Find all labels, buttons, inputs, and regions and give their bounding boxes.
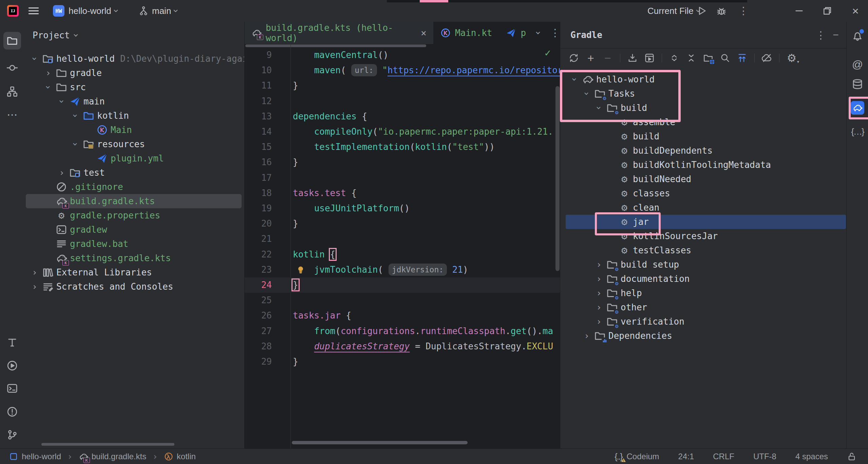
tool-strip-database-button[interactable] [849,75,866,93]
debug-button[interactable] [716,0,727,22]
tree-item-documentation[interactable]: ›⚙documentation [560,272,847,286]
code-line-26[interactable]: tasks.jar { [293,308,351,323]
tree-item-Tasks[interactable]: ›⚙Tasks [560,86,847,101]
status-caret-position[interactable]: 24:1 [676,451,696,462]
code-line-16[interactable]: } [293,155,298,170]
more-actions-button[interactable]: ⋮ [738,0,749,22]
tree-item-resources[interactable]: ›resources [24,137,244,151]
line-number-12[interactable]: 12 [245,94,272,109]
code-line-22[interactable]: kotlin { [293,247,335,262]
tab-bar-scrollbar[interactable] [245,44,426,47]
code-line-14[interactable]: compileOnly("io.papermc.paper:paper-api:… [293,124,553,139]
tool-strip-services-button[interactable] [3,357,21,374]
tool-strip-endpoints-button[interactable]: {…} [849,123,866,140]
find-task-button[interactable] [718,51,733,65]
editor-tab-Main.kt[interactable]: Main.kt [433,22,499,44]
chevron-right-icon[interactable]: › [31,267,39,277]
tree-item-gradle[interactable]: ›gradle [24,66,244,80]
chevron-right-icon[interactable]: › [58,168,66,178]
tree-item-plugin.yml[interactable]: plugin.yml [24,151,244,166]
chevron-down-icon[interactable]: › [44,82,52,92]
hidden-tabs-button[interactable]: › [534,30,543,36]
inspections-ok-icon[interactable]: ✓ [545,47,551,59]
breadcrumb-build.gradle.kts[interactable]: Kbuild.gradle.kts [77,451,148,462]
tool-strip-ai-assistant-button[interactable]: @ [849,56,866,73]
editor-vertical-scrollbar[interactable] [555,86,560,271]
line-number-24[interactable]: 24 [245,277,272,293]
tree-item-External Libraries[interactable]: ›External Libraries [24,265,244,279]
tree-item-testClasses[interactable]: ⚙testClasses [560,243,847,257]
tree-item-jar[interactable]: ⚙jar [566,215,846,229]
window-restore-button[interactable] [819,0,835,22]
code-line-24[interactable]: } [293,277,298,293]
tree-item-classes[interactable]: ⚙classes [560,186,847,200]
gradle-settings-button[interactable]: ⚙▾ [784,51,799,65]
line-number-22[interactable]: 22 [245,247,272,262]
line-number-13[interactable]: 13 [245,109,272,124]
tree-item-verification[interactable]: ›⚙verification [560,314,847,329]
tab-close-icon[interactable]: × [421,27,427,39]
tree-item-other[interactable]: ›⚙other [560,300,847,314]
line-number-10[interactable]: 10 [245,63,272,78]
tool-strip-more-tool-windows-button[interactable]: ⋯ [3,106,21,123]
line-number-26[interactable]: 26 [245,308,272,323]
line-number-29[interactable]: 29 [245,354,272,369]
tree-item-.gitignore[interactable]: .gitignore [24,180,244,194]
tab-options-button[interactable]: ⋮ [550,28,560,38]
status-codeium[interactable]: {..}Codeium [612,451,661,462]
code-line-29[interactable]: } [293,354,298,369]
status-encoding[interactable]: UTF-8 [751,451,778,462]
line-number-11[interactable]: 11 [245,78,272,93]
chevron-right-icon[interactable]: › [595,259,603,270]
line-number-15[interactable]: 15 [245,139,272,155]
tree-item-gradlew[interactable]: gradlew [24,223,244,237]
tree-item-buildKotlinToolingMetadata[interactable]: ⚙buildKotlinToolingMetadata [560,158,847,172]
navigate-up-button[interactable] [735,51,750,65]
run-task-script-button[interactable] [642,51,657,65]
chevron-right-icon[interactable]: › [595,288,603,298]
tree-item-settings.gradle.kts[interactable]: Ksettings.gradle.kts [24,251,244,265]
tree-item-Scratches and Consoles[interactable]: ›Scratches and Consoles [24,279,244,294]
tree-item-build[interactable]: ›⚙build [560,101,847,115]
gradle-hide-button[interactable]: − [828,27,843,42]
code-line-10[interactable]: maven( url: "https://repo.papermc.io/rep… [293,63,560,78]
code-line-13[interactable]: dependencies { [293,109,367,124]
code-line-23[interactable]: jvmToolchain( jdkVersion: 21) [293,262,468,277]
tool-strip-problems-button[interactable] [3,403,21,421]
chevron-down-icon[interactable]: › [595,103,603,113]
editor-tab-p[interactable]: p [499,22,533,44]
code-line-18[interactable]: tasks.test { [293,186,357,201]
run-button[interactable] [696,0,707,22]
chevron-right-icon[interactable]: › [595,302,603,312]
chevron-down-icon[interactable]: › [58,96,66,107]
download-sources-button[interactable] [625,51,640,65]
chevron-down-icon[interactable]: › [570,74,579,84]
tree-item-clean[interactable]: ⚙clean [560,200,847,215]
gradle-options-button[interactable]: ⋮ [813,27,828,42]
branch-widget[interactable]: main › [138,0,178,22]
tree-item-kotlinSourcesJar[interactable]: ⚙kotlinSourcesJar [560,229,847,243]
tree-item-buildNeeded[interactable]: ⚙buildNeeded [560,172,847,186]
tool-strip-gradle-button[interactable] [849,99,866,117]
chevron-right-icon[interactable]: › [31,282,39,292]
tree-item-src[interactable]: ›src [24,80,244,94]
line-number-17[interactable]: 17 [245,170,272,186]
chevron-down-icon[interactable]: › [583,89,591,99]
editor-tab-build.gradle.kts-hello-world-[interactable]: Kbuild.gradle.kts (hello-world)× [245,22,433,44]
run-configuration-selector[interactable]: Current File › [647,0,700,22]
line-number-9[interactable]: 9 [245,47,272,63]
status-readonly-toggle[interactable] [845,451,858,462]
group-tasks-button[interactable] [701,51,716,65]
window-close-button[interactable]: × [848,0,863,22]
tree-item-main[interactable]: ›main [24,94,244,109]
tree-item-hello-world[interactable]: ›hello-world [560,72,847,86]
project-widget[interactable]: hello-world › [69,0,118,22]
code-line-28[interactable]: duplicatesStrategy = DuplicatesStrategy.… [293,339,553,354]
line-number-16[interactable]: 16 [245,155,272,170]
chevron-right-icon[interactable]: › [583,331,591,341]
chevron-down-icon[interactable]: › [31,54,39,64]
tree-item-help[interactable]: ›⚙help [560,286,847,300]
tree-item-assemble[interactable]: ⚙assemble [560,115,847,129]
status-line-endings[interactable]: CRLF [711,451,736,462]
code-line-15[interactable]: testImplementation(kotlin("test")) [293,139,495,155]
